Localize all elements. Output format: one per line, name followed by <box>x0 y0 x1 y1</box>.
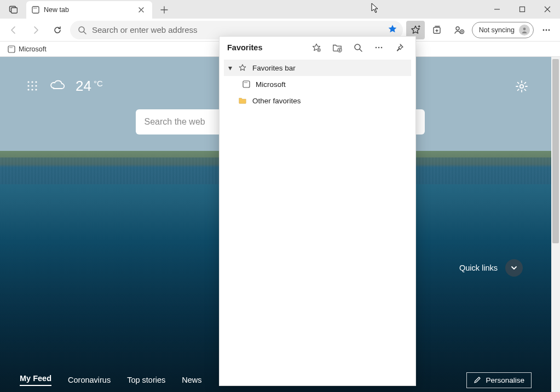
svg-rect-1 <box>11 8 18 13</box>
svg-point-34 <box>381 47 383 49</box>
collections-button[interactable] <box>428 21 447 39</box>
scrollbar-thumb[interactable] <box>552 59 559 243</box>
svg-rect-15 <box>8 46 15 52</box>
search-icon <box>78 26 86 34</box>
avatar-icon <box>519 25 530 36</box>
svg-point-17 <box>10 47 11 48</box>
svg-point-22 <box>27 85 29 86</box>
favorite-item[interactable]: Microsoft <box>224 76 411 92</box>
svg-point-20 <box>31 81 33 83</box>
back-button[interactable] <box>4 21 23 39</box>
pencil-icon <box>474 376 481 384</box>
svg-point-32 <box>376 47 377 49</box>
svg-rect-6 <box>520 7 525 12</box>
page-icon <box>243 80 250 88</box>
add-folder-icon[interactable] <box>329 39 345 56</box>
svg-point-12 <box>543 29 545 31</box>
svg-point-33 <box>378 47 380 49</box>
search-favorites-icon[interactable] <box>350 39 366 56</box>
other-favorites-folder[interactable]: Other favorites <box>224 92 411 109</box>
svg-point-11 <box>523 27 526 30</box>
svg-point-19 <box>27 81 29 83</box>
other-favorites-label: Other favorites <box>252 97 301 105</box>
svg-point-36 <box>244 82 245 83</box>
vertical-scrollbar[interactable] <box>551 57 560 392</box>
quick-links-label: Quick links <box>459 264 498 272</box>
favorites-tree: ▾ Favorites bar Microsoft Other favorite… <box>220 58 415 110</box>
svg-point-16 <box>9 47 10 48</box>
svg-point-38 <box>246 82 247 83</box>
svg-point-37 <box>245 82 246 83</box>
close-tab-button[interactable] <box>136 4 147 15</box>
temperature-unit: °C <box>94 79 103 88</box>
svg-rect-35 <box>243 81 250 87</box>
refresh-button[interactable] <box>48 21 67 39</box>
favorite-item-label: Microsoft <box>256 80 286 89</box>
feed-tab-coronavirus[interactable]: Coronavirus <box>68 376 111 384</box>
svg-point-13 <box>546 29 547 31</box>
svg-point-23 <box>31 85 33 86</box>
folder-icon <box>238 96 247 105</box>
svg-point-4 <box>34 8 36 9</box>
feed-tab-topstories[interactable]: Top stories <box>127 376 165 384</box>
favorites-header: Favorites <box>220 37 415 58</box>
settings-menu-button[interactable] <box>537 21 556 39</box>
chevron-down-icon[interactable] <box>505 259 523 277</box>
personalise-label: Personalise <box>486 376 524 384</box>
apps-grid-icon[interactable] <box>26 80 39 93</box>
tab-title: New tab <box>44 6 131 14</box>
favorites-title: Favorites <box>227 43 262 52</box>
address-input[interactable] <box>92 25 382 34</box>
close-window-button[interactable] <box>535 0 560 19</box>
weather-icon[interactable] <box>49 78 66 95</box>
sync-label: Not syncing <box>479 26 515 34</box>
app-tab-actions-icon[interactable] <box>0 0 26 19</box>
svg-point-3 <box>33 8 34 9</box>
favorites-bar-folder[interactable]: ▾ Favorites bar <box>224 60 411 76</box>
svg-point-27 <box>35 89 37 90</box>
caret-down-icon: ▾ <box>227 63 233 72</box>
svg-point-26 <box>31 89 33 90</box>
favorites-panel: Favorites ▾ Favorites bar Microsoft <box>219 36 416 386</box>
maximize-button[interactable] <box>510 0 535 19</box>
page-icon <box>8 45 15 53</box>
more-options-icon[interactable] <box>371 39 387 56</box>
profile-icon[interactable] <box>450 21 469 39</box>
new-tab-button[interactable] <box>155 1 173 19</box>
svg-point-18 <box>11 47 12 48</box>
temperature-value: 24 <box>76 78 91 95</box>
page-settings-button[interactable] <box>514 79 529 94</box>
svg-point-14 <box>549 29 550 31</box>
quick-links-toggle[interactable]: Quick links <box>459 259 523 277</box>
feed-tab-myfeed[interactable]: My Feed <box>20 374 51 386</box>
svg-point-24 <box>35 85 37 86</box>
svg-point-21 <box>35 81 37 83</box>
svg-rect-2 <box>32 7 39 13</box>
forward-button[interactable] <box>26 21 45 39</box>
feed-tab-news[interactable]: News <box>182 376 201 384</box>
page-icon <box>32 6 39 14</box>
star-outline-icon <box>238 63 247 72</box>
top-widgets: 24 °C <box>26 78 103 95</box>
window-controls <box>484 0 560 19</box>
browser-tab[interactable]: New tab <box>26 1 152 19</box>
bookmark-label: Microsoft <box>19 45 47 53</box>
sync-status[interactable]: Not syncing <box>472 22 534 38</box>
svg-point-25 <box>27 89 29 90</box>
pin-icon[interactable] <box>391 39 408 56</box>
favorites-bar-label: Favorites bar <box>252 64 296 72</box>
svg-point-5 <box>36 8 37 9</box>
add-favorite-icon[interactable] <box>308 39 325 56</box>
temperature[interactable]: 24 °C <box>76 78 103 95</box>
personalise-button[interactable]: Personalise <box>466 372 532 388</box>
svg-point-9 <box>456 27 459 30</box>
svg-point-28 <box>520 85 523 88</box>
add-favorite-icon[interactable] <box>388 24 397 36</box>
titlebar: New tab <box>0 0 560 19</box>
bookmark-item[interactable]: Microsoft <box>8 45 47 53</box>
minimize-button[interactable] <box>484 0 510 19</box>
